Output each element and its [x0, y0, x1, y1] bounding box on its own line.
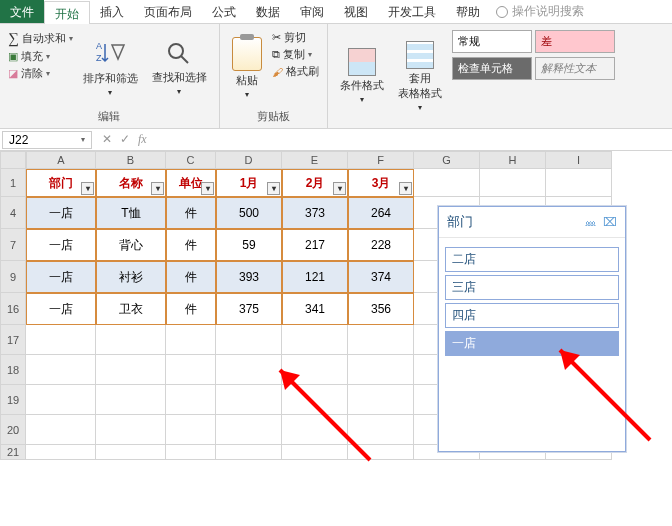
- clear-filter-icon[interactable]: ⌧: [603, 215, 617, 229]
- cell[interactable]: 356: [348, 293, 414, 325]
- tell-me[interactable]: 操作说明搜索: [490, 0, 590, 23]
- cancel-formula-button[interactable]: ✕: [102, 132, 112, 147]
- cell[interactable]: [216, 385, 282, 415]
- filter-dropdown-icon[interactable]: ▾: [201, 182, 214, 195]
- style-normal[interactable]: 常规: [452, 30, 532, 53]
- cell[interactable]: [216, 415, 282, 445]
- find-select-button[interactable]: 查找和选择▾: [148, 28, 211, 107]
- cell[interactable]: 部门▾: [26, 169, 96, 197]
- autosum-button[interactable]: ∑自动求和▾: [8, 30, 73, 47]
- menu-tab-home[interactable]: 开始: [44, 1, 90, 24]
- cell[interactable]: [26, 415, 96, 445]
- filter-dropdown-icon[interactable]: ▾: [151, 182, 164, 195]
- cell[interactable]: [348, 445, 414, 460]
- row-header[interactable]: 18: [0, 355, 26, 385]
- menu-tab-dev[interactable]: 开发工具: [378, 0, 446, 23]
- cell[interactable]: [282, 445, 348, 460]
- cell[interactable]: [26, 385, 96, 415]
- cell[interactable]: [348, 415, 414, 445]
- cell[interactable]: [166, 415, 216, 445]
- col-header[interactable]: G: [414, 151, 480, 169]
- cell[interactable]: 一店: [26, 197, 96, 229]
- cell[interactable]: 375: [216, 293, 282, 325]
- cell[interactable]: [282, 325, 348, 355]
- cell[interactable]: 264: [348, 197, 414, 229]
- cell[interactable]: [166, 325, 216, 355]
- fill-button[interactable]: ▣填充▾: [8, 49, 73, 64]
- table-format-button[interactable]: 套用 表格格式▾: [394, 28, 446, 124]
- menu-tab-data[interactable]: 数据: [246, 0, 290, 23]
- cell[interactable]: 341: [282, 293, 348, 325]
- row-header[interactable]: 16: [0, 293, 26, 325]
- menu-file[interactable]: 文件: [0, 0, 44, 23]
- cell[interactable]: 373: [282, 197, 348, 229]
- cell[interactable]: 1月▾: [216, 169, 282, 197]
- row-header[interactable]: 9: [0, 261, 26, 293]
- cell[interactable]: [96, 355, 166, 385]
- cell[interactable]: 228: [348, 229, 414, 261]
- menu-tab-help[interactable]: 帮助: [446, 0, 490, 23]
- col-header[interactable]: C: [166, 151, 216, 169]
- col-header[interactable]: A: [26, 151, 96, 169]
- cell[interactable]: 一店: [26, 229, 96, 261]
- style-bad[interactable]: 差: [535, 30, 615, 53]
- fx-button[interactable]: fx: [138, 132, 147, 147]
- filter-dropdown-icon[interactable]: ▾: [333, 182, 346, 195]
- cell[interactable]: [96, 445, 166, 460]
- cell[interactable]: 件: [166, 197, 216, 229]
- filter-dropdown-icon[interactable]: ▾: [267, 182, 280, 195]
- slicer-item[interactable]: 一店: [445, 331, 619, 356]
- filter-dropdown-icon[interactable]: ▾: [399, 182, 412, 195]
- style-explanatory[interactable]: 解释性文本: [535, 57, 615, 80]
- cell[interactable]: 件: [166, 229, 216, 261]
- cell[interactable]: [480, 169, 546, 197]
- cell[interactable]: [216, 445, 282, 460]
- cell[interactable]: 名称▾: [96, 169, 166, 197]
- cell[interactable]: [282, 385, 348, 415]
- cell[interactable]: [282, 355, 348, 385]
- cell[interactable]: 卫衣: [96, 293, 166, 325]
- cell[interactable]: 件: [166, 261, 216, 293]
- cell[interactable]: [348, 355, 414, 385]
- menu-tab-layout[interactable]: 页面布局: [134, 0, 202, 23]
- slicer-item[interactable]: 三店: [445, 275, 619, 300]
- cell[interactable]: [26, 325, 96, 355]
- slicer-item[interactable]: 四店: [445, 303, 619, 328]
- row-header[interactable]: 21: [0, 445, 26, 460]
- name-box[interactable]: J22▾: [2, 131, 92, 149]
- cell[interactable]: [26, 445, 96, 460]
- cell[interactable]: [216, 325, 282, 355]
- cell[interactable]: [348, 385, 414, 415]
- col-header[interactable]: B: [96, 151, 166, 169]
- cell[interactable]: 一店: [26, 261, 96, 293]
- menu-tab-review[interactable]: 审阅: [290, 0, 334, 23]
- copy-button[interactable]: ⧉复制▾: [272, 47, 319, 62]
- cut-button[interactable]: ✂剪切: [272, 30, 319, 45]
- cell[interactable]: 121: [282, 261, 348, 293]
- clear-button[interactable]: ◪清除▾: [8, 66, 73, 81]
- cell[interactable]: [166, 445, 216, 460]
- row-header[interactable]: 20: [0, 415, 26, 445]
- cell[interactable]: [96, 385, 166, 415]
- cell[interactable]: 3月▾: [348, 169, 414, 197]
- cell[interactable]: 2月▾: [282, 169, 348, 197]
- col-header[interactable]: I: [546, 151, 612, 169]
- menu-tab-formula[interactable]: 公式: [202, 0, 246, 23]
- cell[interactable]: 背心: [96, 229, 166, 261]
- cell[interactable]: 衬衫: [96, 261, 166, 293]
- slicer-item[interactable]: 二店: [445, 247, 619, 272]
- select-all-corner[interactable]: [0, 151, 26, 169]
- cell[interactable]: [216, 355, 282, 385]
- sort-filter-button[interactable]: AZ 排序和筛选▾: [79, 28, 142, 107]
- cell[interactable]: [26, 355, 96, 385]
- filter-dropdown-icon[interactable]: ▾: [81, 182, 94, 195]
- row-header[interactable]: 4: [0, 197, 26, 229]
- cell[interactable]: T恤: [96, 197, 166, 229]
- col-header[interactable]: E: [282, 151, 348, 169]
- menu-tab-view[interactable]: 视图: [334, 0, 378, 23]
- cell[interactable]: 500: [216, 197, 282, 229]
- slicer-panel[interactable]: 部门 ⅏ ⌧ 二店三店四店一店: [438, 206, 626, 452]
- cell[interactable]: [282, 415, 348, 445]
- cell[interactable]: 393: [216, 261, 282, 293]
- cell[interactable]: 一店: [26, 293, 96, 325]
